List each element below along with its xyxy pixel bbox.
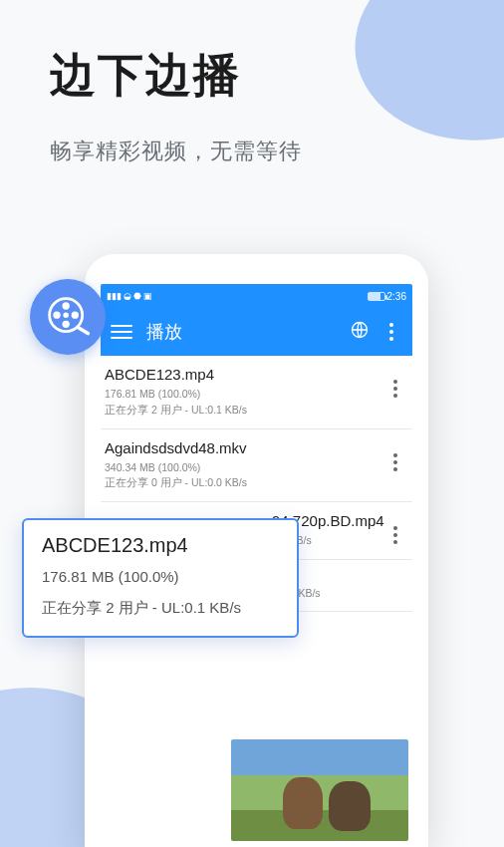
wifi-icon: ◒ [124, 292, 131, 301]
svg-point-3 [63, 321, 70, 328]
overflow-icon[interactable] [380, 323, 402, 341]
hero: 边下边播 畅享精彩视频，无需等待 [50, 45, 302, 166]
callout-file-status: 正在分享 2 用户 - UL:0.1 KB/s [42, 596, 281, 619]
file-status: 正在分享 2 用户 - UL:0.1 KB/s [105, 403, 384, 419]
menu-icon[interactable] [111, 325, 132, 339]
status-bar: ▮▮▮ ◒ ⬣ ▣ 2:36 [101, 284, 412, 308]
list-item[interactable]: ABCDE123.mp4 176.81 MB (100.0%) 正在分享 2 用… [101, 356, 412, 429]
item-menu-icon[interactable] [384, 439, 406, 471]
video-thumbnail[interactable] [231, 739, 408, 841]
file-name: ABCDE123.mp4 [105, 366, 384, 383]
app-bar: 播放 [101, 308, 412, 356]
list-item[interactable]: Againdsdsdvd48.mkv 340.34 MB (100.0%) 正在… [101, 429, 412, 503]
signal-icon: ▮▮▮ [107, 292, 122, 301]
svg-point-4 [53, 312, 60, 319]
battery-icon [368, 292, 385, 301]
notif-icon-2: ▣ [143, 292, 152, 301]
file-size: 176.81 MB (100.0%) [105, 387, 384, 403]
svg-point-1 [63, 302, 70, 309]
callout-file-name: ABCDE123.mp4 [42, 534, 281, 557]
app-title: 播放 [146, 320, 349, 344]
decor-blob-top [342, 0, 504, 156]
zoom-callout: ABCDE123.mp4 176.81 MB (100.0%) 正在分享 2 用… [22, 518, 299, 638]
svg-point-5 [63, 312, 69, 318]
notif-icon: ⬣ [133, 292, 141, 301]
item-menu-icon[interactable] [384, 512, 406, 544]
hero-subtitle: 畅享精彩视频，无需等待 [50, 137, 302, 166]
globe-icon[interactable] [349, 320, 371, 345]
status-time: 2:36 [387, 291, 406, 302]
film-reel-icon [30, 279, 106, 355]
file-size: 340.34 MB (100.0%) [105, 460, 384, 476]
callout-file-size: 176.81 MB (100.0%) [42, 565, 281, 588]
item-menu-icon[interactable] [384, 366, 406, 398]
svg-point-2 [72, 312, 79, 319]
file-status: 正在分享 0 用户 - UL:0.0 KB/s [105, 475, 384, 491]
hero-title: 边下边播 [50, 45, 302, 107]
file-name: Againdsdsdvd48.mkv [105, 439, 384, 456]
